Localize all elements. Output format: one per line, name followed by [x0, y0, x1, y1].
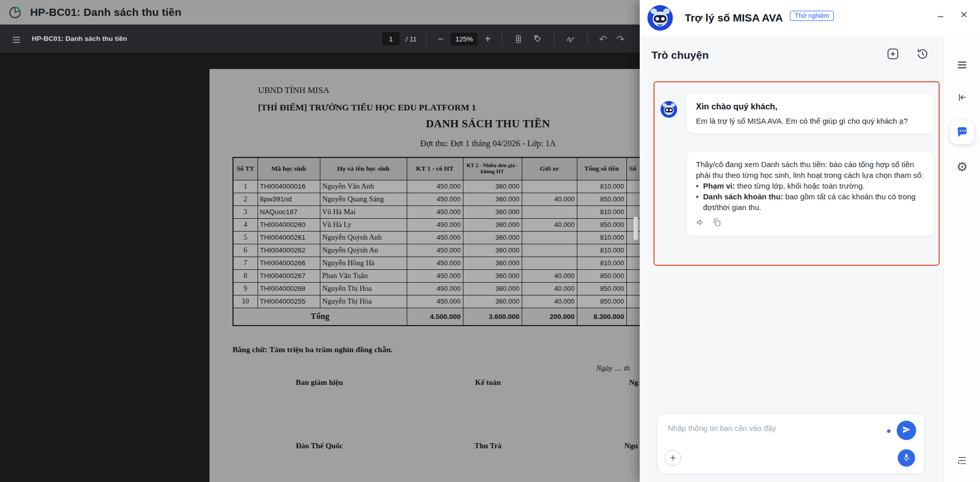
- close-button[interactable]: [960, 10, 968, 20]
- zoom-level-label[interactable]: 125%: [451, 33, 478, 45]
- chat-history-button[interactable]: [916, 47, 929, 62]
- message-avatar: [660, 101, 678, 118]
- doc-org-line1: UBND TỈNH MISA: [258, 85, 329, 96]
- table-row: 10THI004000255Nguyễn Thị Hòa450.000360.0…: [233, 295, 661, 308]
- col-kt2: KT 2 - Nhiều đơn giá - không HT: [463, 157, 522, 180]
- totals-sum: 8.300.000: [577, 308, 626, 326]
- new-chat-button[interactable]: [886, 47, 900, 62]
- context-bullet: • Phạm vi:theo từng lớp, khối hoặc toàn …: [696, 180, 924, 191]
- highlighted-message-group: Xin chào quý khách, Em là trợ lý số MISA…: [654, 81, 940, 266]
- mic-icon: [902, 453, 911, 464]
- signature-role-principal: Ban giám hiệu: [266, 378, 373, 387]
- page-count-label: / 11: [406, 35, 417, 43]
- signature-name-principal: Đào Thế Quốc: [266, 442, 373, 450]
- toolbar-divider: [502, 33, 502, 44]
- totals-label: Tổng: [233, 308, 407, 326]
- greeting-title: Xin chào quý khách,: [696, 101, 924, 112]
- rotate-page-button[interactable]: [530, 32, 545, 46]
- app-title: HP-BC01: Danh sách thu tiền: [30, 6, 181, 18]
- send-button[interactable]: [897, 421, 916, 440]
- greeting-body: Em là trợ lý số MISA AVA. Em có thể giúp…: [696, 116, 924, 126]
- assistant-panel: Trợ lý số MISA AVA Thử nghiệm Trò chuyện: [640, 0, 980, 482]
- toolbar-divider: [554, 33, 554, 44]
- toolbar-divider: [587, 33, 588, 44]
- context-intro: Thầy/cô đang xem Danh sách thu tiền: báo…: [696, 159, 924, 180]
- minimize-button[interactable]: [937, 12, 944, 22]
- col-stt: Số TT: [233, 157, 258, 180]
- collapse-icon: [956, 91, 968, 105]
- toolbar-controls: / 11 − 125% + ↶ ↷: [382, 31, 626, 47]
- col-code: Mã học sinh: [258, 157, 320, 180]
- signature-role-accountant: Kế toán: [434, 378, 542, 387]
- table-row: 8THI004000267Phan Văn Tuân450.000360.000…: [233, 269, 661, 282]
- draw-annotation-button[interactable]: [564, 32, 578, 46]
- col-total: Tổng số tiền: [577, 157, 626, 180]
- hamburger-icon: [956, 59, 968, 73]
- beta-badge: Thử nghiệm: [790, 11, 833, 21]
- new-chat-icon: [886, 55, 900, 62]
- sidebar-toggle-button[interactable]: [9, 33, 24, 47]
- panel-side-strip: ⚙: [943, 36, 980, 482]
- redo-button[interactable]: ↷: [614, 31, 626, 47]
- copy-message-button[interactable]: [712, 218, 721, 228]
- assistant-title: Trợ lý số MISA AVA: [685, 12, 783, 24]
- assistant-message-greeting: Xin chào quý khách, Em là trợ lý số MISA…: [687, 94, 934, 133]
- speaker-icon: [696, 218, 705, 228]
- voice-input-button[interactable]: [898, 449, 915, 467]
- signature-role-cutoff: Ng: [629, 378, 638, 387]
- panel-menu-button[interactable]: [952, 55, 972, 76]
- table-row: 6THI004000262Nguyễn Quỳnh An450.000360.0…: [233, 244, 661, 257]
- pdf-scrollbar-thumb[interactable]: [634, 217, 638, 240]
- table-row: 9THI004000268Nguyễn Thị Hoa450.000360.00…: [233, 282, 661, 295]
- table-row: 28pw391ndNguyễn Quang Sáng450.000360.000…: [233, 193, 661, 205]
- chat-tab-button[interactable]: [950, 121, 974, 144]
- attach-button[interactable]: +: [665, 450, 681, 466]
- table-row: 5THI004000261Nguyễn Quỳnh Anh450.000360.…: [233, 231, 661, 244]
- amount-in-words: Bằng chữ: Tám triệu ba trăm nghìn đồng c…: [232, 345, 392, 354]
- table-row: 1THI004000016Nguyễn Vân Anh450.000360.00…: [233, 180, 661, 193]
- chat-section-title: Trò chuyện: [651, 49, 709, 61]
- table-row: 3NAQuoc187Vũ Hà Mai450.000360.000810.000: [233, 205, 661, 218]
- chat-column: Trò chuyện: [640, 36, 943, 482]
- toolbar-doc-title: HP-BC01: Danh sách thu tiền: [32, 35, 127, 42]
- settings-button[interactable]: ⚙: [952, 156, 972, 177]
- col-name: Họ và tên học sinh: [320, 157, 407, 180]
- list-tree-icon: [956, 454, 968, 468]
- report-logo-icon: [8, 6, 22, 19]
- doc-org-line2: [THÍ ĐIỂM] TRƯỜNG TIỂU HỌC EDU PLATFORM …: [258, 102, 476, 113]
- send-icon: [902, 425, 912, 436]
- context-bullet: • Danh sách khoản thu:bao gồm tất cả các…: [696, 191, 924, 213]
- collapse-panel-button[interactable]: [952, 88, 972, 108]
- page-number-input[interactable]: [382, 32, 400, 45]
- toolbar-divider: [426, 33, 427, 44]
- read-aloud-button[interactable]: [696, 218, 705, 228]
- assistant-message-context: Thầy/cô đang xem Danh sách thu tiền: báo…: [687, 152, 934, 236]
- fit-page-button[interactable]: [511, 32, 525, 46]
- chat-input-placeholder[interactable]: Nhập thông tin bạn cần vào đây: [668, 424, 776, 432]
- chat-section-bar: Trò chuyện: [640, 36, 943, 77]
- signature-name-cutoff: Ngu: [624, 442, 638, 450]
- notification-dot: [887, 429, 891, 433]
- assistant-header: Trợ lý số MISA AVA Thử nghiệm: [640, 0, 980, 36]
- table-row: 7THI004000266Nguyễn Hồng Hà450.000360.00…: [233, 257, 661, 269]
- chat-input-container[interactable]: Nhập thông tin bạn cần vào đây +: [657, 414, 925, 474]
- totals-row: Tổng 4.500.000 3.600.000 200.000 8.300.0…: [233, 308, 661, 326]
- zoom-in-button[interactable]: +: [483, 32, 493, 46]
- date-line: Ngày .... th: [596, 364, 630, 373]
- task-list-button[interactable]: [952, 451, 972, 471]
- chat-bubble-icon: [955, 125, 969, 140]
- signature-name-accountant: Thu Trà: [434, 442, 542, 450]
- col-guixe: Gửi xe: [522, 157, 577, 180]
- table-row: 4THI004000260Vũ Hà Ly450.000360.00040.00…: [233, 218, 661, 231]
- fee-table: Số TT Mã học sinh Họ và tên học sinh KT …: [232, 157, 661, 326]
- student-table-body: 1THI004000016Nguyễn Vân Anh450.000360.00…: [233, 180, 661, 308]
- undo-button[interactable]: ↶: [597, 31, 609, 47]
- fee-table-header-row: Số TT Mã học sinh Họ và tên học sinh KT …: [233, 157, 661, 180]
- history-icon: [916, 55, 929, 62]
- totals-kt1: 4.500.000: [407, 308, 463, 326]
- totals-kt2: 3.600.000: [463, 308, 522, 326]
- assistant-avatar: [647, 5, 673, 31]
- col-kt1: KT 1 - có HT: [407, 157, 463, 180]
- zoom-out-button[interactable]: −: [436, 32, 446, 46]
- gear-icon: ⚙: [956, 159, 968, 174]
